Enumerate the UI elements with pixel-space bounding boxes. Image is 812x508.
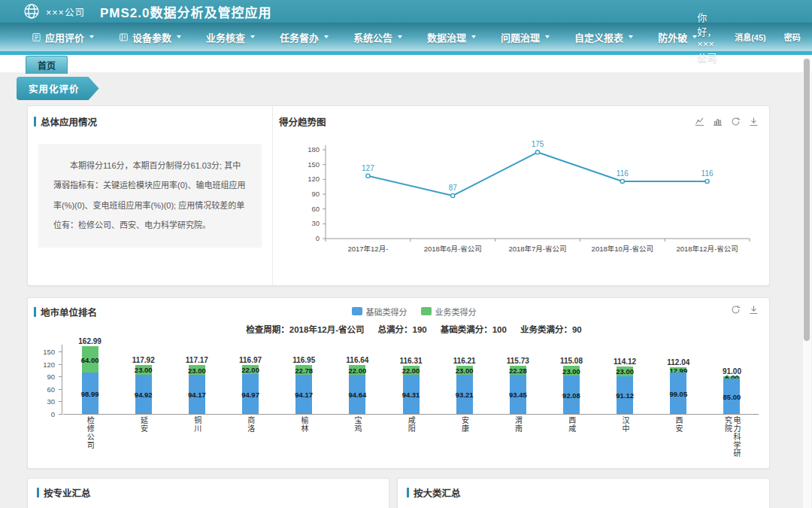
svg-text:87: 87	[449, 184, 458, 192]
ranking-bar-chart: 0306090120150 162.9964.0098.99117.9223.0…	[37, 336, 759, 466]
overview-text: 本期得分116分，本期百分制得分61.03分; 其中薄弱指标有：关键运检模块应用…	[38, 144, 262, 248]
bar-x-label: 咸阳	[384, 416, 438, 464]
bar-column: 117.9223.0094.92	[117, 356, 170, 414]
ranking-stats: 检查周期：2018年12月-省公司总满分：190基础类满分：100业务类满分：9…	[97, 323, 731, 335]
user-greeting: 你好，×××公司	[697, 10, 717, 64]
chart-legend: 基础类得分业务类得分	[352, 306, 477, 318]
category-summary-panel: 按大类汇总 总满分：190基础类满分：60业务类满分：90系统类满分：0	[397, 478, 770, 508]
bar-x-label: 宝鸡	[331, 416, 384, 464]
globe-icon	[23, 2, 41, 20]
bar-x-label: 铜川	[170, 416, 223, 464]
tab-home[interactable]: 首页	[26, 56, 68, 74]
legend-item[interactable]: 基础类得分	[352, 306, 408, 318]
scrollbar-thumb[interactable]	[804, 59, 810, 341]
tab-bar: 首页	[0, 55, 812, 72]
svg-text:180: 180	[308, 145, 320, 154]
bar-x-label: 安康	[438, 416, 491, 464]
bar-x-label: 检修公司	[63, 416, 117, 464]
overview-section: 总体应用情况 本期得分116分，本期百分制得分61.03分; 其中薄弱指标有：关…	[28, 106, 273, 285]
trend-section: 得分趋势图 0306090120150180127871751161162017…	[273, 106, 769, 285]
title-accent-bar	[34, 307, 36, 317]
svg-text:2018年10月-省公司: 2018年10月-省公司	[592, 245, 653, 253]
nav-item-task-supervision[interactable]: 任务督办	[280, 30, 329, 44]
refresh-icon[interactable]	[731, 305, 741, 315]
legend-color-chip	[352, 307, 362, 315]
overview-title: 总体应用情况	[28, 114, 272, 129]
form-icon	[32, 32, 41, 42]
bar-column: 115.0823.0092.08	[544, 357, 598, 414]
city-ranking-panel: 地市单位排名 基础类得分业务类得分 检查周期：2018年12月-省公司总满分：1…	[27, 297, 770, 469]
trend-toolbar	[695, 117, 759, 126]
bar-column: 116.6422.0094.64	[331, 356, 384, 414]
nav-item-system-notice[interactable]: 系统公告	[353, 30, 402, 44]
refresh-icon[interactable]	[731, 117, 741, 126]
bar-x-label: 榆林	[277, 416, 331, 464]
svg-text:120: 120	[308, 175, 320, 183]
bar-x-label: 电力科学研究院	[705, 416, 759, 464]
nav-item-business-check[interactable]: 业务核查	[206, 30, 255, 44]
chevron-down-icon	[545, 35, 550, 38]
svg-text:2018年6月-省公司: 2018年6月-省公司	[424, 245, 482, 253]
chevron-down-icon	[89, 35, 94, 38]
nav-item-device-params[interactable]: 设备参数	[119, 30, 181, 44]
bar-x-label: 汉中	[598, 416, 652, 464]
bar-chart-x-labels: 检修公司延安铜川商洛榆林宝鸡咸阳安康渭南西咸汉中西安电力科学研究院	[63, 416, 759, 464]
nav-menu: 应用评价 设备参数 业务核查 任务督办 系统公告 数据治理 问题治理 自定义报表…	[32, 30, 697, 44]
bar-column: 116.9722.0094.97	[223, 356, 277, 414]
company-name: ×××公司	[46, 5, 85, 19]
specialty-title: 按专业汇总	[37, 485, 380, 500]
bar-x-label: 延安	[117, 416, 170, 464]
bar-x-label: 西安	[652, 416, 705, 464]
bar-column: 115.7322.2893.45	[491, 357, 544, 414]
svg-text:2018年12月-省公司: 2018年12月-省公司	[676, 245, 738, 253]
svg-text:0: 0	[316, 234, 320, 242]
svg-text:30: 30	[311, 219, 320, 227]
line-chart-icon[interactable]	[695, 117, 704, 126]
svg-text:60: 60	[311, 205, 320, 213]
password-link[interactable]: 密码	[784, 31, 801, 43]
specialty-stats: 总满分：190输电满分：41变电满分：51配电满分：54其他满分：44	[37, 500, 316, 508]
nav-item-issue-governance[interactable]: 问题治理	[501, 30, 550, 44]
ranking-header-center: 基础类得分业务类得分 检查周期：2018年12月-省公司总满分：190基础类满分…	[97, 305, 731, 335]
title-accent-bar	[407, 488, 409, 497]
section-badge: 实用化评价	[17, 77, 99, 100]
vertical-scrollbar[interactable]	[803, 56, 811, 508]
bar-column: 112.0412.9999.05	[652, 358, 705, 414]
svg-text:116: 116	[617, 169, 629, 178]
chevron-down-icon	[324, 35, 329, 38]
category-stats: 总满分：190基础类满分：60业务类满分：90系统类满分：0	[407, 500, 696, 508]
ranking-toolbar	[731, 305, 759, 315]
overview-trend-panel: 总体应用情况 本期得分116分，本期百分制得分61.03分; 其中薄弱指标有：关…	[27, 105, 770, 286]
bottom-panel-row: 按专业汇总 总满分：190输电满分：41变电满分：51配电满分：54其他满分：4…	[27, 478, 770, 508]
chevron-down-icon	[250, 35, 255, 38]
download-icon[interactable]	[749, 305, 759, 315]
download-icon[interactable]	[749, 117, 759, 126]
trend-title: 得分趋势图	[279, 114, 326, 129]
nav-item-external-damage-prevention[interactable]: 防外破	[658, 30, 697, 44]
chevron-down-icon	[629, 35, 633, 38]
nav-item-app-evaluation[interactable]: 应用评价	[32, 30, 94, 44]
nav-item-data-governance[interactable]: 数据治理	[427, 30, 476, 44]
svg-text:127: 127	[362, 164, 374, 172]
chevron-down-icon	[177, 35, 181, 38]
main-nav: 应用评价 设备参数 业务核查 任务督办 系统公告 数据治理 问题治理 自定义报表…	[0, 23, 812, 51]
main-content: 实用化评价 总体应用情况 本期得分116分，本期百分制得分61.03分; 其中薄…	[0, 72, 812, 508]
bar-column: 116.2123.0093.21	[438, 357, 491, 414]
score-trend-line-chart: 0306090120150180127871751161162017年12月-2…	[277, 136, 765, 269]
bar-column: 116.9522.7894.17	[277, 356, 331, 414]
bar-chart-icon[interactable]	[713, 117, 723, 126]
bar-chart-plot: 162.9964.0098.99117.9223.0094.92117.1723…	[63, 336, 759, 415]
legend-item[interactable]: 业务类得分	[421, 306, 477, 318]
bar-column: 116.3122.0094.31	[384, 357, 438, 414]
svg-text:90: 90	[311, 190, 320, 198]
svg-text:2018年7月-省公司: 2018年7月-省公司	[508, 245, 566, 253]
bar-chart-y-axis: 0306090120150	[37, 345, 62, 415]
bar-column: 91.006.0085.00	[705, 367, 759, 414]
nav-item-custom-report[interactable]: 自定义报表	[574, 30, 633, 44]
messages-link[interactable]: 消息(45)	[735, 31, 766, 43]
title-accent-bar	[37, 488, 39, 497]
bar-x-label: 西咸	[544, 416, 598, 464]
app-title: PMS2.0数据分析及管控应用	[100, 2, 271, 21]
bar-x-label: 渭南	[491, 416, 544, 464]
bar-x-label: 商洛	[223, 416, 277, 464]
